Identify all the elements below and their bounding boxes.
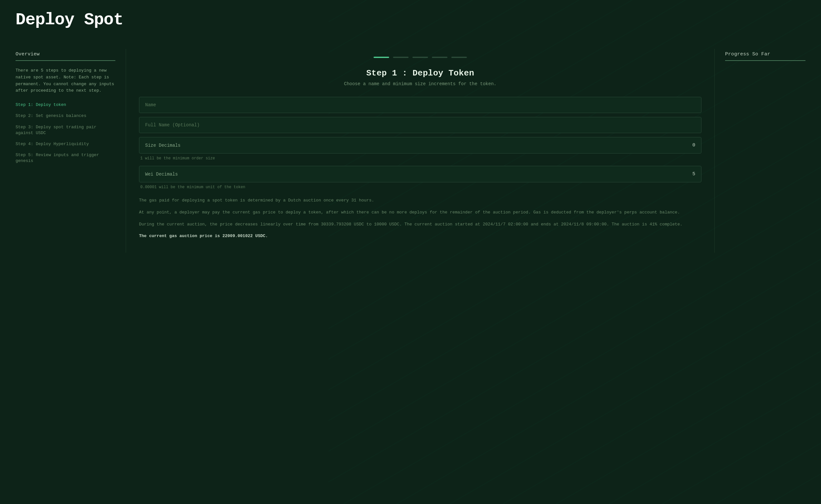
step-progress <box>139 49 701 68</box>
wei-decimals-label: Wei Decimals <box>145 172 178 177</box>
step-dot-1 <box>374 57 389 58</box>
wei-decimals-wrapper: Wei Decimals 5 <box>139 166 701 182</box>
info-text-3: During the current auction, the price de… <box>139 221 701 228</box>
sidebar-item-step5[interactable]: Step 5: Review inputs and trigger genesi… <box>16 152 115 164</box>
fullname-input-wrapper <box>139 117 701 133</box>
right-panel-title: Progress So Far <box>725 52 805 61</box>
size-decimals-value: 0 <box>692 143 695 148</box>
wei-hint: 0.00001 will be the minimum unit of the … <box>139 185 701 189</box>
sidebar-item-step2[interactable]: Step 2: Set genesis balances <box>16 113 115 119</box>
size-decimals-wrapper: Size Decimals 0 <box>139 137 701 154</box>
size-decimals-container[interactable]: Size Decimals 0 <box>139 137 701 154</box>
step-subtitle: Choose a name and minimum size increment… <box>139 81 701 86</box>
name-input[interactable] <box>145 102 695 108</box>
name-input-wrapper <box>139 97 701 113</box>
name-input-container[interactable] <box>139 97 701 113</box>
main-layout: Overview There are 5 steps to deploying … <box>16 49 805 253</box>
step-dot-2 <box>393 57 409 58</box>
step-dot-4 <box>432 57 447 58</box>
wei-decimals-container[interactable]: Wei Decimals 5 <box>139 166 701 182</box>
size-decimals-label: Size Decimals <box>145 143 180 148</box>
sidebar-section-title: Overview <box>16 52 115 61</box>
info-text-1: The gas paid for deploying a spot token … <box>139 197 701 204</box>
step-dot-5 <box>451 57 467 58</box>
center-content: Step 1 : Deploy Token Choose a name and … <box>126 49 715 253</box>
info-text-4-bold: The current gas auction price is 22009.0… <box>139 233 701 240</box>
sidebar-item-step3[interactable]: Step 3: Deploy spot trading pair against… <box>16 124 115 136</box>
info-section: The gas paid for deploying a spot token … <box>139 197 701 240</box>
step-dot-3 <box>412 57 428 58</box>
right-panel: Progress So Far <box>715 49 805 67</box>
wei-decimals-value: 5 <box>692 171 695 177</box>
info-text-2: At any point, a deployer may pay the cur… <box>139 209 701 216</box>
sidebar-description: There are 5 steps to deploying a new nat… <box>16 67 115 94</box>
step-title: Step 1 : Deploy Token <box>139 68 701 78</box>
page-title: Deploy Spot <box>16 10 805 29</box>
sidebar: Overview There are 5 steps to deploying … <box>16 49 126 169</box>
fullname-input[interactable] <box>145 122 695 128</box>
sidebar-item-step4[interactable]: Step 4: Deploy Hyperliquidity <box>16 141 115 147</box>
size-hint: 1 will be the minimum order size <box>139 156 701 161</box>
sidebar-item-step1[interactable]: Step 1: Deploy token <box>16 102 115 108</box>
fullname-input-container[interactable] <box>139 117 701 133</box>
